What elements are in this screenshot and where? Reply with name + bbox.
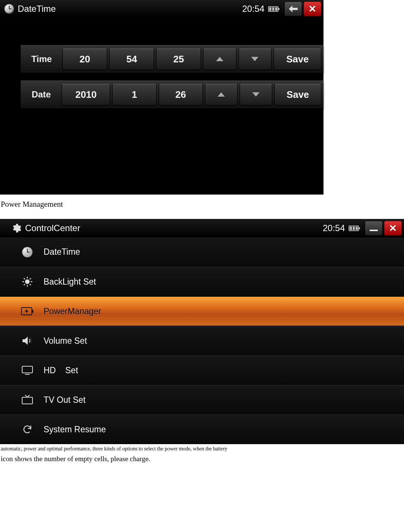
day-field[interactable]: 26 [159,84,203,105]
list-item-volume[interactable]: Volume Set [0,326,404,356]
battery-icon [349,226,359,231]
arrow-up-icon [218,92,225,97]
speaker-icon [16,336,38,346]
time-decrement-button[interactable] [239,48,271,70]
tv-icon [16,394,38,405]
list-item-label: System Resume [44,425,106,435]
list-item-label: PowerManager [44,306,101,316]
month-field[interactable]: 1 [112,84,156,105]
svg-rect-13 [22,397,32,404]
svg-point-0 [25,280,29,284]
list-item-powermanager[interactable]: PowerManager [0,296,404,326]
doc-paragraph: icon shows the number of empty cells, pl… [0,453,404,464]
list-item-label: Volume Set [44,336,87,346]
close-button[interactable]: ✕ [384,221,402,236]
date-label: Date [21,89,62,100]
clock-icon [22,247,32,257]
list-item-backlight[interactable]: BackLight Set [0,267,404,296]
svg-line-7 [24,284,25,285]
list-item-hdset[interactable]: HD Set [0,356,404,385]
list-item-datetime[interactable]: DateTime [0,237,404,267]
page-title: ControlCenter [25,223,80,233]
svg-rect-11 [22,366,32,373]
time-increment-button[interactable] [203,48,236,70]
battery-icon [268,6,278,12]
back-button[interactable] [284,1,302,16]
clock-icon [4,4,14,14]
doc-paragraph: automatic, power and optimal performance… [0,445,404,453]
display-icon [16,365,38,375]
year-field[interactable]: 2010 [62,84,110,105]
arrow-up-icon [216,57,223,61]
list-item-label: HD Set [44,365,78,375]
svg-line-8 [30,278,31,279]
close-icon: ✕ [308,3,316,15]
controlcenter-screen: ControlCenter 20:54 ✕ DateTime BackLight… [0,218,404,413]
list-item-systemresume[interactable]: System Resume [0,415,404,444]
date-row: Date 2010 1 26 Save [21,80,323,109]
close-button[interactable]: ✕ [304,1,321,16]
list-item-label: TV Out Set [44,395,86,405]
refresh-icon [16,424,38,435]
settings-list: DateTime BackLight Set PowerManager Volu… [0,237,404,444]
minimize-button[interactable] [365,221,383,236]
minute-field[interactable]: 54 [109,48,154,70]
status-clock: 20:54 [242,4,264,14]
minimize-icon [370,230,378,231]
datetime-screen: DateTime 20:54 ✕ Time 20 54 25 Save Date… [0,0,323,195]
date-increment-button[interactable] [205,84,237,105]
section-heading: Power Management [0,195,404,218]
arrow-down-icon [251,57,259,61]
titlebar: DateTime 20:54 ✕ [0,0,323,18]
brightness-icon [16,276,38,287]
status-clock: 20:54 [323,223,345,233]
time-row: Time 20 54 25 Save [21,45,323,73]
date-save-button[interactable]: Save [274,84,321,105]
svg-line-5 [24,278,25,279]
close-icon: ✕ [389,223,397,234]
battery-charge-icon [16,307,38,315]
date-decrement-button[interactable] [240,84,272,105]
second-field[interactable]: 25 [156,48,201,70]
page-title: DateTime [18,4,56,14]
svg-rect-10 [32,310,33,313]
hour-field[interactable]: 20 [62,48,107,70]
svg-line-6 [30,284,31,285]
arrow-down-icon [252,92,260,97]
back-arrow-icon [289,6,298,12]
gear-icon [11,223,21,233]
list-item-label: BackLight Set [44,277,96,287]
time-label: Time [21,54,62,64]
titlebar: ControlCenter 20:54 ✕ [0,219,404,237]
list-item-tvout[interactable]: TV Out Set [0,385,404,415]
time-save-button[interactable]: Save [274,48,321,70]
list-item-label: DateTime [44,247,80,257]
